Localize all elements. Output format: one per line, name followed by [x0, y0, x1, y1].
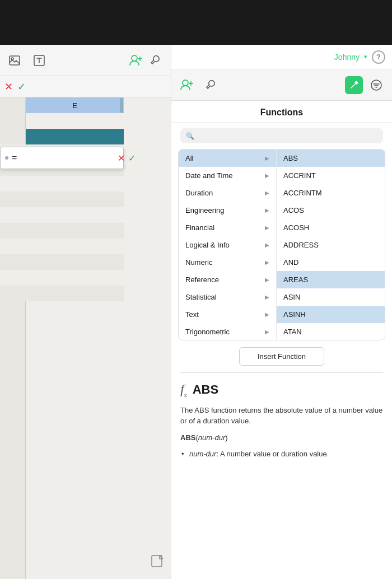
syntax-arg: num-dur: [198, 433, 225, 442]
svg-point-6: [371, 80, 381, 90]
function-item-and[interactable]: AND: [277, 254, 385, 271]
svg-point-3: [132, 55, 137, 61]
function-item-asin[interactable]: ASIN: [277, 288, 385, 306]
category-item-reference[interactable]: Reference▶: [179, 271, 276, 288]
function-description-text: The ABS function returns the absolute va…: [180, 405, 383, 427]
insert-function-button[interactable]: Insert Function: [239, 347, 324, 366]
search-input[interactable]: [198, 132, 377, 140]
category-item-trigonometric[interactable]: Trigonometric▶: [179, 323, 276, 340]
page-corner-icon[interactable]: [148, 552, 166, 570]
add-person-toolbar-icon[interactable]: [178, 76, 196, 94]
function-syntax: ABS(num-dur): [180, 433, 383, 442]
column-label: E: [72, 101, 77, 110]
category-chevron-icon: ▶: [265, 277, 269, 283]
category-item-engineering[interactable]: Engineering▶: [179, 202, 276, 219]
function-item-acosh[interactable]: ACOSH: [277, 219, 385, 236]
formula-small-confirm[interactable]: ✓: [128, 153, 136, 164]
wrench-icon[interactable]: [148, 53, 164, 68]
function-item-abs[interactable]: ABS: [277, 150, 385, 167]
category-chevron-icon: ▶: [265, 259, 269, 265]
svg-rect-0: [10, 56, 20, 65]
category-label: Trigonometric: [185, 328, 230, 336]
spreadsheet-panel: ✕ ✓ E: [0, 45, 171, 579]
category-item-logical-info[interactable]: Logical & Info▶: [179, 236, 276, 254]
formula-input-box[interactable]: = ✕ ✓: [0, 147, 124, 169]
category-label: Statistical: [185, 293, 217, 301]
settings-toolbar-icon[interactable]: [203, 76, 221, 94]
help-label: ?: [376, 53, 381, 61]
functions-title: Functions: [260, 108, 303, 117]
param-name: num-dur: [189, 450, 216, 458]
category-chevron-icon: ▶: [265, 329, 269, 335]
formula-equals: =: [12, 153, 17, 163]
row-stripe: [0, 192, 124, 207]
category-item-duration[interactable]: Duration▶: [179, 184, 276, 202]
functions-column: ABSACCRINTACCRINTMACOSACOSHADDRESSANDARE…: [277, 150, 385, 340]
category-item-text[interactable]: Text▶: [179, 306, 276, 323]
functions-list-area: All▶Date and Time▶Duration▶Engineering▶F…: [178, 149, 385, 340]
category-label: All: [185, 154, 193, 162]
hammer-icon[interactable]: [345, 76, 363, 94]
category-label: Reference: [185, 276, 219, 284]
row-stripe: [0, 270, 124, 286]
category-item-financial[interactable]: Financial▶: [179, 219, 276, 236]
category-item-all[interactable]: All▶: [179, 150, 276, 167]
filter-toolbar-icon[interactable]: [367, 76, 385, 94]
row-stripe: [0, 207, 124, 223]
formula-cancel-button[interactable]: ✕: [4, 82, 13, 92]
search-icon: 🔍: [186, 132, 194, 140]
text-icon[interactable]: [31, 53, 47, 68]
function-name-display: ABS: [193, 382, 218, 397]
column-header-e[interactable]: E: [26, 97, 124, 113]
row-stripe: [0, 286, 124, 301]
function-item-asinh[interactable]: ASINH: [277, 306, 385, 323]
category-label: Duration: [185, 189, 213, 197]
row-stripe: [0, 176, 124, 192]
category-chevron-icon: ▶: [265, 207, 269, 213]
row-stripe: [0, 239, 124, 254]
formula-text-input[interactable]: [20, 154, 114, 162]
function-item-accrint[interactable]: ACCRINT: [277, 167, 385, 184]
category-label: Financial: [185, 223, 214, 232]
fx-icon: fx: [180, 382, 187, 398]
formula-confirm-button[interactable]: ✓: [17, 82, 26, 92]
function-description-area: fx ABS The ABS function returns the abso…: [171, 373, 392, 579]
category-label: Logical & Info: [185, 241, 230, 249]
add-person-icon[interactable]: [128, 53, 144, 68]
function-item-atan[interactable]: ATAN: [277, 323, 385, 340]
category-item-date-time[interactable]: Date and Time▶: [179, 167, 276, 184]
formula-dot: [5, 156, 8, 160]
function-item-address[interactable]: ADDRESS: [277, 236, 385, 254]
function-params-list: num-dur: A number value or duration valu…: [180, 449, 383, 460]
toolbar-right: [128, 53, 164, 68]
user-toolbar: Johnny ▾ ?: [171, 45, 392, 69]
help-icon[interactable]: ?: [372, 50, 385, 64]
insert-button-area: Insert Function: [171, 340, 392, 372]
function-item-acos[interactable]: ACOS: [277, 202, 385, 219]
param-item: num-dur: A number value or duration valu…: [180, 449, 383, 460]
user-chevron-icon[interactable]: ▾: [364, 53, 367, 60]
function-item-accrintm[interactable]: ACCRINTM: [277, 184, 385, 202]
image-icon[interactable]: [7, 53, 22, 68]
category-label: Date and Time: [185, 171, 233, 180]
main-area: ✕ ✓ E: [0, 45, 392, 579]
search-input-wrap[interactable]: 🔍: [180, 128, 383, 143]
category-chevron-icon: ▶: [265, 225, 269, 231]
user-name[interactable]: Johnny: [334, 53, 360, 62]
category-column: All▶Date and Time▶Duration▶Engineering▶F…: [179, 150, 277, 340]
category-item-numeric[interactable]: Numeric▶: [179, 254, 276, 271]
function-item-areas[interactable]: AREAS: [277, 271, 385, 288]
left-toolbar: [0, 45, 171, 76]
category-chevron-icon: ▶: [265, 311, 269, 317]
syntax-name: ABS: [180, 433, 195, 442]
category-item-statistical[interactable]: Statistical▶: [179, 288, 276, 306]
svg-point-5: [183, 80, 188, 86]
formula-small-cancel[interactable]: ✕: [118, 153, 125, 164]
col-resize-handle[interactable]: [120, 98, 123, 113]
selected-row[interactable]: [26, 129, 124, 144]
category-chevron-icon: ▶: [265, 294, 269, 300]
row-stripe: [0, 254, 124, 270]
category-label: Numeric: [185, 258, 212, 267]
grid-area: E = ✕ ✓: [0, 97, 171, 579]
function-name-row: fx ABS: [180, 382, 383, 398]
